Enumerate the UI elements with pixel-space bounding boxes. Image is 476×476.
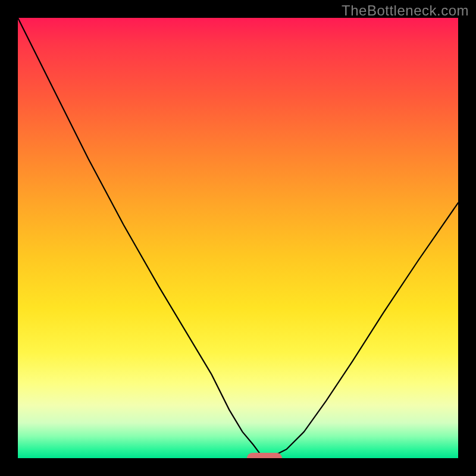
chart-frame: TheBottleneck.com — [0, 0, 476, 476]
plot-area — [18, 18, 458, 458]
watermark-text: TheBottleneck.com — [342, 2, 469, 19]
curve-right-branch — [264, 203, 458, 458]
bottleneck-curve — [18, 18, 458, 458]
minimum-marker — [247, 453, 282, 458]
curve-left-branch — [18, 18, 264, 458]
